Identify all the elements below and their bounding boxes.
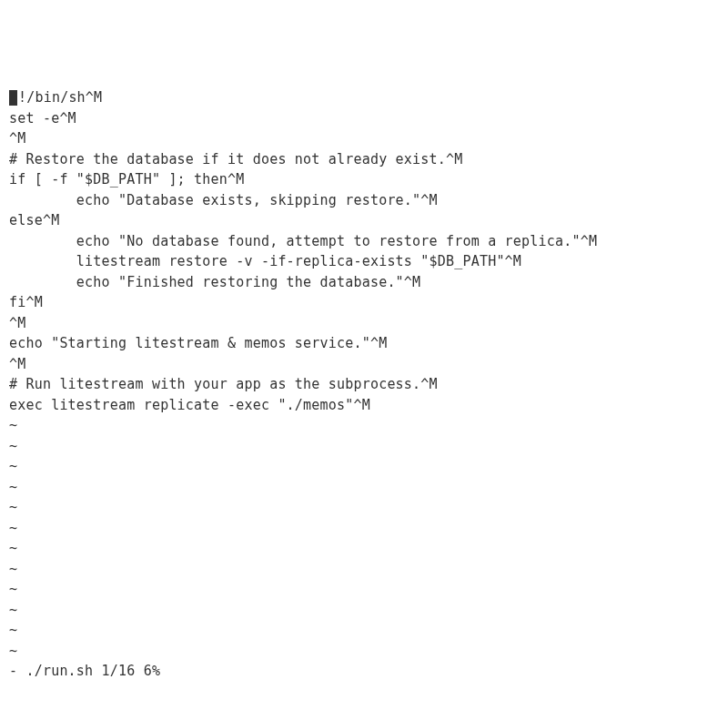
code-text: fi^M: [9, 294, 43, 310]
empty-line-tilde: ~: [9, 436, 719, 457]
empty-line-tilde: ~: [9, 579, 719, 600]
code-text: ^M: [9, 315, 25, 331]
empty-line-tilde: ~: [9, 477, 719, 498]
empty-line-tilde: ~: [9, 415, 719, 436]
code-line: # Run litestream with your app as the su…: [9, 374, 719, 395]
code-text: else^M: [9, 212, 59, 228]
empty-line-tilde: ~: [9, 456, 719, 477]
status-text: - ./run.sh 1/16 6%: [9, 663, 160, 679]
code-text: ^M: [9, 130, 25, 147]
empty-line-tilde: ~: [9, 518, 719, 539]
code-text: litestream restore -v -if-replica-exists…: [9, 253, 521, 269]
code-line: echo "No database found, attempt to rest…: [9, 231, 719, 252]
code-line: if [ -f "$DB_PATH" ]; then^M: [9, 169, 719, 190]
empty-line-tilde: ~: [9, 620, 719, 641]
code-line: echo "Starting litestream & memos servic…: [9, 333, 719, 354]
code-text: ^M: [9, 356, 25, 372]
code-line: # Restore the database if it does not al…: [9, 149, 719, 170]
code-text: echo "Database exists, skipping restore.…: [9, 192, 438, 208]
code-line: echo "Database exists, skipping restore.…: [9, 190, 719, 211]
code-text: # Restore the database if it does not al…: [9, 151, 462, 167]
status-line: - ./run.sh 1/16 6%: [9, 661, 719, 682]
code-line: fi^M: [9, 292, 719, 313]
code-text: echo "No database found, attempt to rest…: [9, 233, 597, 249]
code-line: ^M: [9, 128, 719, 149]
code-line: litestream restore -v -if-replica-exists…: [9, 251, 719, 272]
code-line: exec litestream replicate -exec "./memos…: [9, 395, 719, 416]
code-line: else^M: [9, 210, 719, 231]
empty-line-tilde: ~: [9, 497, 719, 518]
empty-line-tilde: ~: [9, 559, 719, 580]
code-line: set -e^M: [9, 108, 719, 129]
code-line: echo "Finished restoring the database."^…: [9, 272, 719, 293]
cursor: [9, 90, 17, 106]
code-text: exec litestream replicate -exec "./memos…: [9, 397, 370, 413]
code-text: set -e^M: [9, 110, 76, 127]
code-text: echo "Starting litestream & memos servic…: [9, 335, 387, 351]
code-text: !/bin/sh^M: [18, 89, 102, 106]
empty-line-tilde: ~: [9, 641, 719, 662]
code-text: # Run litestream with your app as the su…: [9, 376, 438, 392]
empty-line-tilde: ~: [9, 538, 719, 559]
code-line: !/bin/sh^M: [9, 87, 719, 108]
editor-viewport[interactable]: !/bin/sh^Mset -e^M^M# Restore the databa…: [9, 87, 719, 682]
empty-line-tilde: ~: [9, 600, 719, 621]
code-text: if [ -f "$DB_PATH" ]; then^M: [9, 171, 244, 188]
code-text: echo "Finished restoring the database."^…: [9, 274, 420, 290]
code-line: ^M: [9, 354, 719, 375]
code-line: ^M: [9, 313, 719, 334]
